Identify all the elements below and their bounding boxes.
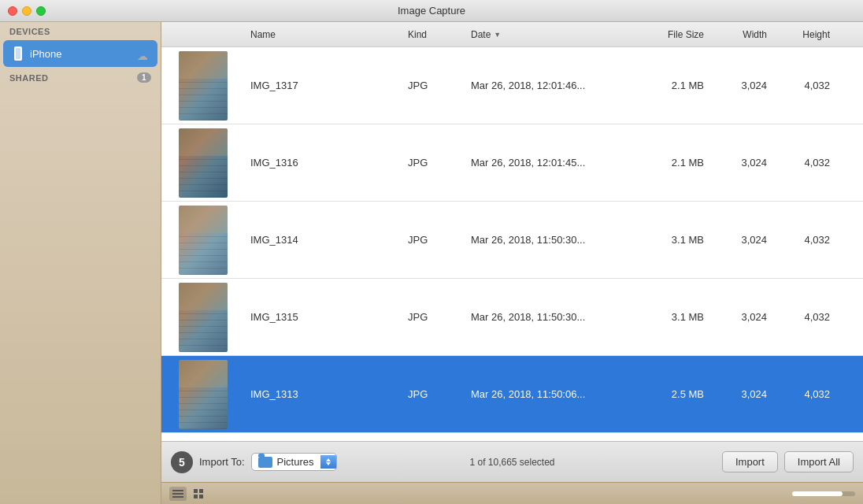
table-row[interactable]: IMG_1317 JPG Mar 26, 2018, 12:01:46... 2… [161, 47, 863, 124]
cell-date: Mar 26, 2018, 12:01:45... [465, 157, 638, 169]
devices-header: DEVICES [0, 22, 161, 39]
cell-width: 3,024 [717, 311, 780, 323]
cell-height: 4,032 [780, 157, 843, 169]
footer: 5 Import To: Pictures 1 of 10,66 [161, 441, 863, 482]
cell-date: Mar 26, 2018, 11:50:30... [465, 234, 638, 246]
iphone-device-icon [11, 44, 25, 63]
th-date[interactable]: Date ▼ [465, 29, 638, 40]
cell-filesize: 2.1 MB [638, 80, 717, 91]
cell-width: 3,024 [717, 234, 780, 246]
th-kind[interactable]: Kind [402, 29, 465, 40]
destination-label: Pictures [277, 456, 314, 468]
import-destination-dropdown[interactable]: Pictures [251, 453, 337, 471]
cell-width: 3,024 [717, 157, 780, 169]
cell-width: 3,024 [717, 80, 780, 91]
shared-badge: 1 [137, 72, 151, 83]
table-header: Name Kind Date ▼ File Size Width Height [161, 22, 863, 47]
grid-view-button[interactable] [190, 487, 207, 501]
cell-thumbnail [161, 356, 244, 432]
table-row[interactable]: IMG_1315 JPG Mar 26, 2018, 11:50:30... 3… [161, 279, 863, 356]
maximize-button[interactable] [36, 6, 46, 16]
cell-name: IMG_1314 [244, 234, 402, 246]
dropdown-stepper[interactable] [320, 455, 336, 469]
list-view-button[interactable] [169, 487, 187, 501]
th-width[interactable]: Width [717, 29, 780, 40]
sidebar-item-iphone[interactable]: iPhone ☁ [3, 40, 157, 67]
minimize-button[interactable] [22, 6, 31, 16]
cell-name: IMG_1317 [244, 80, 402, 91]
cell-date: Mar 26, 2018, 11:50:06... [465, 388, 638, 400]
cell-kind: JPG [402, 234, 465, 246]
cell-height: 4,032 [780, 80, 843, 91]
table-body: IMG_1317 JPG Mar 26, 2018, 12:01:46... 2… [161, 47, 863, 441]
table-row[interactable]: IMG_1314 JPG Mar 26, 2018, 11:50:30... 3… [161, 202, 863, 279]
thumbnail-image [179, 360, 228, 429]
import-button[interactable]: Import [722, 451, 778, 472]
grid-view-icon [194, 489, 203, 498]
thumbnail-image [179, 283, 228, 352]
list-view-icon [172, 490, 183, 498]
dropdown-inner: Pictures [252, 454, 320, 470]
thumbnail-image [179, 128, 228, 198]
cell-thumbnail [161, 202, 244, 278]
cell-filesize: 2.5 MB [638, 388, 717, 400]
cell-height: 4,032 [780, 234, 843, 246]
cell-height: 4,032 [780, 311, 843, 323]
view-icons [169, 487, 207, 501]
chevron-up-down-icon [326, 458, 331, 465]
close-button[interactable] [8, 6, 17, 16]
thumbnail-image [179, 51, 228, 120]
window-title: Image Capture [398, 5, 465, 17]
main-container: DEVICES iPhone ☁ SHARED 1 Name Kind Date… [0, 22, 863, 504]
import-count-badge: 5 [171, 451, 193, 473]
th-name[interactable]: Name [244, 29, 402, 40]
cell-filesize: 2.1 MB [638, 157, 717, 169]
cell-thumbnail [161, 124, 244, 201]
window-controls [8, 6, 46, 16]
th-filesize[interactable]: File Size [638, 29, 717, 40]
sort-arrow-icon: ▼ [494, 31, 501, 39]
cell-kind: JPG [402, 157, 465, 169]
cell-kind: JPG [402, 80, 465, 91]
cell-filesize: 3.1 MB [638, 311, 717, 323]
table-row[interactable]: IMG_1316 JPG Mar 26, 2018, 12:01:45... 2… [161, 124, 863, 202]
shared-header: SHARED 1 [0, 68, 161, 86]
cell-name: IMG_1315 [244, 311, 402, 323]
import-all-button[interactable]: Import All [784, 451, 854, 472]
progress-bar-fill [792, 491, 843, 496]
cell-kind: JPG [402, 388, 465, 400]
cell-name: IMG_1316 [244, 157, 402, 169]
cell-thumbnail [161, 279, 244, 355]
cell-thumbnail [161, 47, 244, 124]
cell-name: IMG_1313 [244, 388, 402, 400]
import-to-label: Import To: [199, 456, 245, 468]
iphone-icon [14, 46, 22, 61]
th-height[interactable]: Height [780, 29, 843, 40]
cloud-icon: ☁ [137, 50, 150, 57]
cell-date: Mar 26, 2018, 11:50:30... [465, 311, 638, 323]
selection-status: 1 of 10,665 selected [469, 457, 554, 468]
thumbnail-image [179, 206, 228, 275]
statusbar [161, 482, 863, 504]
cell-height: 4,032 [780, 388, 843, 400]
sidebar-item-label: iPhone [30, 48, 132, 60]
cell-date: Mar 26, 2018, 12:01:46... [465, 80, 638, 91]
folder-icon [258, 457, 272, 468]
content-area: Name Kind Date ▼ File Size Width Height … [161, 22, 863, 504]
cell-kind: JPG [402, 311, 465, 323]
footer-row: 5 Import To: Pictures 1 of 10,66 [171, 451, 854, 473]
sidebar: DEVICES iPhone ☁ SHARED 1 [0, 22, 161, 504]
titlebar: Image Capture [0, 0, 863, 22]
progress-bar [792, 491, 855, 496]
cell-filesize: 3.1 MB [638, 234, 717, 246]
table-row[interactable]: IMG_1313 JPG Mar 26, 2018, 11:50:06... 2… [161, 356, 863, 433]
cell-width: 3,024 [717, 388, 780, 400]
